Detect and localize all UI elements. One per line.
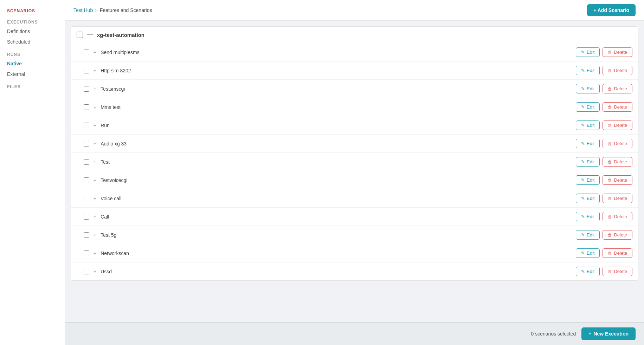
delete-button-8[interactable]: Delete xyxy=(603,175,632,185)
delete-button-1[interactable]: Delete xyxy=(603,47,632,57)
edit-button-12[interactable]: Edit xyxy=(576,248,600,258)
new-execution-button[interactable]: + New Execution xyxy=(581,327,636,340)
delete-button-9[interactable]: Delete xyxy=(603,194,632,203)
trash-icon xyxy=(608,50,612,55)
breadcrumb-link-testhub[interactable]: Test Hub xyxy=(73,7,93,13)
scenario-actions: Edit Delete xyxy=(576,66,632,75)
edit-button-6[interactable]: Edit xyxy=(576,139,600,148)
scenario-expand-icon: + xyxy=(94,159,96,165)
scenario-expand-icon: + xyxy=(94,141,96,147)
delete-button-6[interactable]: Delete xyxy=(603,139,632,148)
edit-label: Edit xyxy=(587,104,594,110)
scenario-checkbox-10[interactable] xyxy=(84,214,89,220)
table-row: + Audio xg 33 Edit Delete xyxy=(71,135,638,153)
scenario-checkbox-6[interactable] xyxy=(84,141,89,147)
edit-button-2[interactable]: Edit xyxy=(576,66,600,75)
pencil-icon xyxy=(581,68,585,73)
delete-button-5[interactable]: Delete xyxy=(603,121,632,130)
scenario-name: Ussd xyxy=(101,269,572,274)
edit-label: Edit xyxy=(587,232,594,237)
scenario-checkbox-2[interactable] xyxy=(84,68,89,73)
edit-button-3[interactable]: Edit xyxy=(576,84,600,93)
delete-button-10[interactable]: Delete xyxy=(603,212,632,221)
table-row: + Ussd Edit Delete xyxy=(71,262,638,280)
trash-icon xyxy=(608,196,612,201)
scenario-expand-icon: + xyxy=(94,50,96,55)
edit-button-8[interactable]: Edit xyxy=(576,175,600,185)
scenario-checkbox-7[interactable] xyxy=(84,159,89,165)
sidebar-item-native[interactable]: Native xyxy=(0,58,65,69)
delete-button-11[interactable]: Delete xyxy=(603,230,632,240)
edit-label: Edit xyxy=(587,123,594,128)
pencil-icon xyxy=(581,214,585,219)
pencil-icon xyxy=(581,50,585,55)
edit-label: Edit xyxy=(587,214,594,219)
scenario-checkbox-13[interactable] xyxy=(84,269,89,274)
feature-group-title: xg-test-automation xyxy=(97,32,144,38)
delete-button-2[interactable]: Delete xyxy=(603,66,632,75)
delete-button-12[interactable]: Delete xyxy=(603,248,632,258)
edit-button-11[interactable]: Edit xyxy=(576,230,600,240)
edit-button-1[interactable]: Edit xyxy=(576,47,600,57)
scenario-checkbox-11[interactable] xyxy=(84,232,89,238)
feature-collapse-button[interactable]: — xyxy=(87,32,93,38)
sidebar-executions-label: EXECUTIONS xyxy=(0,15,65,26)
delete-button-13[interactable]: Delete xyxy=(603,267,632,276)
scenario-actions: Edit Delete xyxy=(576,248,632,258)
scenario-checkbox-4[interactable] xyxy=(84,104,89,110)
footer-bar: 0 scenarios selected + New Execution xyxy=(65,322,644,345)
table-row: + Testvoicecgi Edit Delete xyxy=(71,171,638,189)
trash-icon xyxy=(608,68,612,73)
edit-button-9[interactable]: Edit xyxy=(576,194,600,203)
edit-button-13[interactable]: Edit xyxy=(576,267,600,276)
delete-label: Delete xyxy=(614,123,627,128)
edit-label: Edit xyxy=(587,159,594,164)
feature-card: — xg-test-automation + Send multiplesms … xyxy=(71,26,638,281)
trash-icon xyxy=(608,159,612,164)
delete-label: Delete xyxy=(614,104,627,110)
scenario-checkbox-1[interactable] xyxy=(84,50,89,55)
edit-label: Edit xyxy=(587,68,594,73)
scenario-actions: Edit Delete xyxy=(576,194,632,203)
add-scenario-button[interactable]: + Add Scenario xyxy=(587,4,636,16)
scenario-name: Test 5g xyxy=(101,232,572,238)
scenario-name: Networkscan xyxy=(101,250,572,256)
delete-label: Delete xyxy=(614,68,627,73)
edit-button-7[interactable]: Edit xyxy=(576,157,600,167)
scenario-actions: Edit Delete xyxy=(576,139,632,148)
sidebar-item-definitions[interactable]: Definitions xyxy=(0,26,65,37)
table-row: + Networkscan Edit Delete xyxy=(71,244,638,262)
scenario-name: Send multiplesms xyxy=(101,50,572,55)
scenario-checkbox-8[interactable] xyxy=(84,177,89,183)
edit-label: Edit xyxy=(587,196,594,201)
table-row: + Call Edit Delete xyxy=(71,208,638,226)
delete-button-4[interactable]: Delete xyxy=(603,102,632,112)
scenario-actions: Edit Delete xyxy=(576,212,632,221)
feature-group-header: — xg-test-automation xyxy=(71,27,638,43)
pencil-icon xyxy=(581,250,585,256)
scenario-checkbox-12[interactable] xyxy=(84,250,89,256)
feature-group-checkbox[interactable] xyxy=(77,32,83,38)
delete-button-3[interactable]: Delete xyxy=(603,84,632,93)
trash-icon xyxy=(608,250,612,256)
scenario-actions: Edit Delete xyxy=(576,47,632,57)
scenario-checkbox-5[interactable] xyxy=(84,123,89,128)
scenario-checkbox-3[interactable] xyxy=(84,86,89,92)
scenario-name: Testsmscgi xyxy=(101,86,572,92)
sidebar-item-external[interactable]: External xyxy=(0,69,65,79)
table-row: + Mms test Edit Delete xyxy=(71,98,638,116)
edit-button-10[interactable]: Edit xyxy=(576,212,600,221)
table-row: + Run Edit Delete xyxy=(71,116,638,135)
edit-button-5[interactable]: Edit xyxy=(576,121,600,130)
delete-button-7[interactable]: Delete xyxy=(603,157,632,167)
page-header: Test Hub > Features and Scenarios + Add … xyxy=(65,0,644,21)
scenario-actions: Edit Delete xyxy=(576,230,632,240)
sidebar-item-scheduled[interactable]: Scheduled xyxy=(0,37,65,47)
scenario-checkbox-9[interactable] xyxy=(84,196,89,201)
scenario-name: Http sim 8202 xyxy=(101,68,572,73)
delete-label: Delete xyxy=(614,177,627,183)
pencil-icon xyxy=(581,159,585,164)
edit-label: Edit xyxy=(587,177,594,183)
edit-button-4[interactable]: Edit xyxy=(576,102,600,112)
trash-icon xyxy=(608,104,612,110)
